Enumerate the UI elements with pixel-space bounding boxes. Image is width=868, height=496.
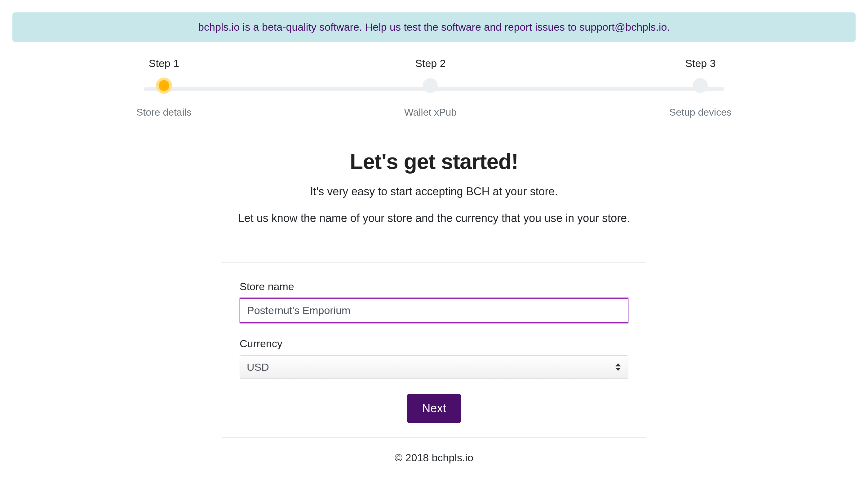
support-email-link[interactable]: support@bchpls.io [579,21,667,33]
beta-banner: bchpls.io is a beta-quality software. He… [12,12,856,42]
currency-select[interactable]: USD [239,355,629,379]
step-title: Step 3 [685,57,715,69]
step-subtitle: Wallet xPub [404,107,457,118]
step-2[interactable]: Step 2 Wallet xPub [404,57,457,118]
banner-text-after: . [667,21,670,33]
step-title: Step 1 [149,57,179,69]
store-name-label: Store name [239,281,629,293]
next-button[interactable]: Next [407,394,461,423]
step-subtitle: Setup devices [669,107,732,118]
page-title: Let's get started! [12,149,856,174]
step-dot-icon [157,78,171,93]
step-title: Step 2 [415,57,446,69]
step-1[interactable]: Step 1 Store details [136,57,191,118]
step-subtitle: Store details [136,107,191,118]
page-subtitle: It's very easy to start accepting BCH at… [12,185,856,198]
main-content: Let's get started! It's very easy to sta… [12,149,856,438]
store-name-input[interactable] [239,298,629,323]
footer-copyright: © 2018 bchpls.io [12,452,856,464]
step-3[interactable]: Step 3 Setup devices [669,57,732,118]
banner-text-before: bchpls.io is a beta-quality software. He… [198,21,579,33]
step-dot-icon [693,78,708,93]
stepper: Step 1 Store details Step 2 Wallet xPub … [136,57,732,118]
store-form-card: Store name Currency USD Next [222,262,646,438]
step-dot-icon [423,78,438,93]
page-instruction: Let us know the name of your store and t… [12,212,856,225]
currency-label: Currency [239,338,629,350]
